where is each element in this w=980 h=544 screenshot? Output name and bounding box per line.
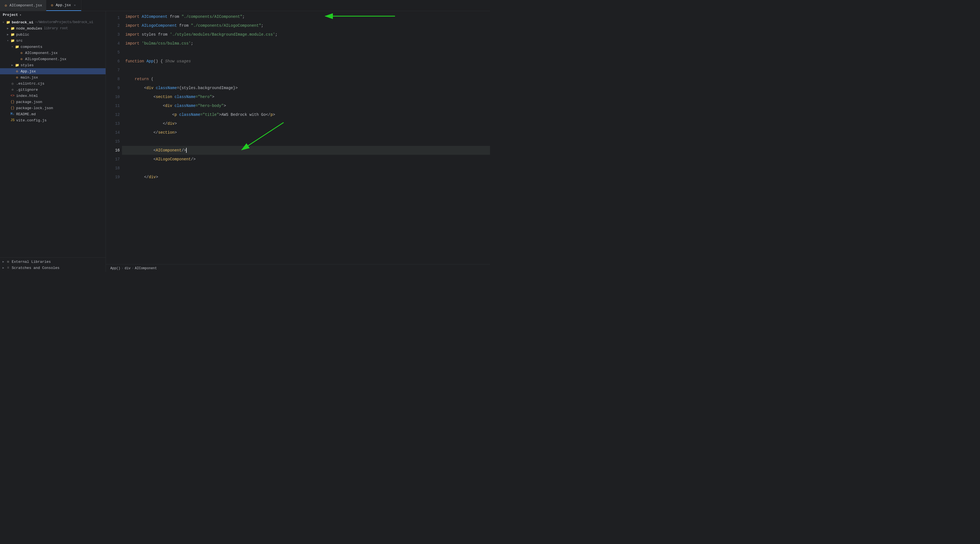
tab-close-button[interactable]: ✕ (73, 3, 77, 8)
tab-label: AIComponent.jsx (10, 3, 42, 8)
sidebar-header[interactable]: Project ▾ (0, 11, 106, 19)
tree-item-package-lock[interactable]: {} package-lock.json (0, 105, 106, 111)
tree-label: AILogoComponent.jsx (25, 57, 66, 61)
code-line-12: <p className="title">AWS Bedrock with Go… (122, 110, 490, 119)
folder-icon: 📁 (10, 32, 15, 37)
tree-label: main.jsx (21, 75, 38, 79)
tree-item-src[interactable]: ▾ 📁 src (0, 38, 106, 44)
tab-bar: ⚙ AIComponent.jsx ⚙ App.jsx ✕ (0, 0, 490, 11)
breadcrumb-aicomponent: AIComponent (135, 266, 157, 270)
tree-item-components[interactable]: ▾ 📁 components (0, 44, 106, 50)
tree-label: .eslintrc.cjs (16, 82, 44, 86)
tree-item-vite-config[interactable]: JS vite.config.js (0, 117, 106, 123)
tree-label: vite.config.js (16, 118, 46, 122)
code-line-2: import AILogoComponent from "./component… (122, 21, 490, 30)
folder-icon: 📁 (10, 38, 15, 43)
editor-area: 1 2 3 4 5 6 7 8 9 10 11 12 13 14 15 16 1… (106, 11, 490, 272)
code-line-13: </div> (122, 119, 490, 128)
tree-label: External Libraries (12, 260, 51, 264)
sidebar-tree: ▾ 📁 bedrock_ui ~/WebstormProjects/bedroc… (0, 19, 106, 257)
tree-sublabel: ~/WebstormProjects/bedrock_ui (35, 20, 93, 24)
jsx-file-icon: ⚙ (19, 57, 24, 62)
breadcrumb-bar: App() › div › AIComponent (106, 264, 490, 272)
tree-label: src (16, 39, 22, 43)
js-icon: JS (10, 118, 15, 123)
tab-app[interactable]: ⚙ App.jsx ✕ (46, 0, 81, 11)
project-label: Project (3, 13, 18, 17)
sidebar: Project ▾ ▾ 📁 bedrock_ui ~/WebstormProje… (0, 11, 106, 272)
tree-item-styles[interactable]: ▶ 📁 styles (0, 62, 106, 68)
code-line-10: <section className="hero"> (122, 92, 490, 102)
tree-item-ailogocomponent-file[interactable]: ⚙ AILogoComponent.jsx (0, 56, 106, 62)
expand-arrow: ▾ (6, 39, 10, 42)
tree-label: bedrock_ui (12, 20, 33, 24)
tree-item-package-json[interactable]: {} package.json (0, 99, 106, 105)
tree-item-node-modules[interactable]: ▶ 📁 node_modules library root (0, 25, 106, 32)
expand-arrow: ▾ (1, 21, 6, 24)
code-editor[interactable]: 1 2 3 4 5 6 7 8 9 10 11 12 13 14 15 16 1… (106, 11, 490, 264)
tree-item-main-jsx[interactable]: ⚙ main.jsx (0, 75, 106, 81)
tree-item-aicomponent-file[interactable]: ⚙ AIComponent.jsx (0, 50, 106, 56)
tree-item-gitignore[interactable]: ⊘ .gitignore (0, 87, 106, 93)
tree-item-public[interactable]: ▶ 📁 public (0, 32, 106, 38)
breadcrumb-app: App() (110, 266, 120, 270)
scratches-icon: ≡ (6, 265, 11, 270)
tab-label-active: App.jsx (56, 3, 71, 7)
tree-item-readme[interactable]: M↓ README.md (0, 111, 106, 117)
chevron-down-icon: ▾ (20, 13, 21, 17)
jsx-file-icon: ⚙ (14, 69, 19, 74)
code-line-19: </div> (122, 173, 490, 181)
tree-item-eslintrc[interactable]: ◎ .eslintrc.cjs (0, 81, 106, 87)
code-line-11: <div className="hero-body"> (122, 102, 490, 110)
tree-label: .gitignore (16, 88, 38, 92)
tree-label: README.md (16, 112, 36, 116)
code-line-8: return ( (122, 75, 490, 84)
tree-label: styles (21, 63, 34, 67)
expand-arrow: ▶ (6, 27, 10, 30)
code-line-5 (122, 48, 490, 57)
expand-arrow: ▶ (6, 33, 10, 36)
tree-label: package.json (16, 100, 42, 104)
code-line-1: import AIComponent from "./components/AI… (122, 12, 490, 21)
tree-sublabel: library root (44, 27, 68, 30)
md-icon: M↓ (10, 112, 15, 117)
tree-label: node_modules (16, 27, 42, 31)
breadcrumb-separator-1: › (121, 266, 123, 270)
tree-label: components (21, 45, 42, 49)
tree-item-external-libs[interactable]: ▶ ⊞ External Libraries (0, 259, 106, 265)
json-icon: {} (10, 99, 15, 105)
code-line-18 (122, 164, 490, 173)
jsx-file-icon: ⚙ (19, 51, 24, 56)
code-line-3: import styles from './styles/modules/Bac… (122, 30, 490, 39)
json-icon: {} (10, 106, 15, 111)
tree-label: AIComponent.jsx (25, 51, 58, 55)
external-libs-icon: ⊞ (6, 259, 11, 264)
expand-arrow: ▶ (1, 266, 6, 270)
code-line-6: function App() { Show usages (122, 57, 490, 66)
code-line-17: <AILogoComponent/> (122, 155, 490, 164)
tree-item-bedrock-ui[interactable]: ▾ 📁 bedrock_ui ~/WebstormProjects/bedroc… (0, 19, 106, 25)
code-line-4: import 'bulma/css/bulma.css'; (122, 39, 490, 48)
folder-icon: 📁 (10, 26, 15, 31)
code-content[interactable]: import AIComponent from "./components/AI… (122, 11, 490, 264)
jsx-file-icon: ⚙ (14, 75, 19, 80)
tree-label: Scratches and Consoles (12, 266, 60, 270)
code-line-16: <AIComponent/> (122, 146, 490, 155)
expand-arrow: ▶ (1, 260, 6, 263)
tree-item-app-jsx[interactable]: ⚙ App.jsx (0, 68, 106, 75)
tree-label: App.jsx (21, 69, 36, 73)
expand-arrow: ▶ (10, 63, 14, 67)
tab-aicomponent[interactable]: ⚙ AIComponent.jsx (0, 0, 46, 11)
code-line-9: <div className={styles.backgroundImage}> (122, 84, 490, 92)
expand-arrow: ▾ (10, 45, 14, 48)
html-icon: <> (10, 93, 15, 98)
tree-item-scratches[interactable]: ▶ ≡ Scratches and Consoles (0, 265, 106, 271)
code-line-14: </section> (122, 128, 490, 137)
eslint-icon: ◎ (10, 81, 15, 86)
tree-item-index-html[interactable]: <> index.html (0, 93, 106, 99)
tree-label: public (16, 33, 29, 37)
code-line-7 (122, 66, 490, 75)
main-layout: Project ▾ ▾ 📁 bedrock_ui ~/WebstormProje… (0, 11, 490, 272)
folder-icon: 📁 (6, 20, 11, 25)
jsx-icon: ⚙ (4, 4, 8, 8)
